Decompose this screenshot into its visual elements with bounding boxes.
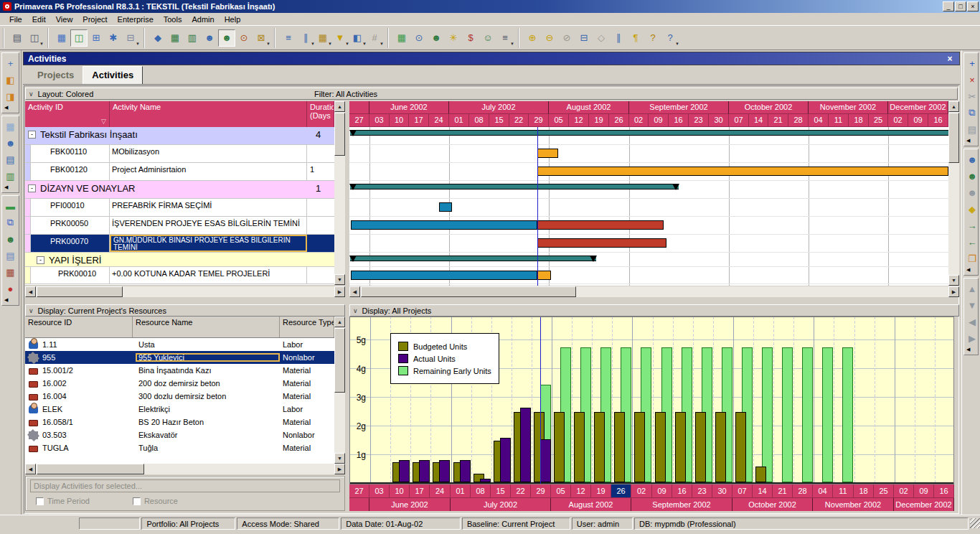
columns-icon[interactable]: ∥▼ (297, 29, 314, 47)
column-header-activity-id[interactable]: Activity ID▽ (25, 101, 110, 127)
dropdown-icon[interactable]: ▼ (39, 42, 44, 46)
scroll-down-icon[interactable]: ▼ (334, 453, 345, 464)
assignments-window-icon[interactable]: ☻ (3, 231, 19, 247)
move-down-icon[interactable]: ▼ (964, 297, 980, 313)
gantt-remaining-bar[interactable] (537, 149, 558, 158)
actual-units-bar[interactable] (439, 460, 450, 482)
resource-row[interactable]: 16.002200 doz demirsiz betonMaterial (25, 377, 334, 390)
assign-resource-icon[interactable]: ☻ (964, 151, 980, 167)
remaining-units-bar[interactable] (822, 347, 833, 482)
costs-icon[interactable]: $ (462, 29, 479, 47)
dropdown-icon[interactable]: ▼ (675, 42, 679, 46)
activity-usage-profile-icon[interactable]: ▥ (184, 29, 201, 47)
menu-file[interactable]: File (4, 14, 27, 25)
menu-edit[interactable]: Edit (27, 14, 51, 25)
move-right-icon[interactable]: ▶ (964, 330, 980, 346)
scroll-up-icon[interactable]: ▲ (334, 101, 345, 112)
column-header-resource-type[interactable]: Resource Type (280, 317, 334, 337)
hscroll-thumb[interactable] (361, 286, 576, 297)
move-left-icon[interactable]: ◀ (964, 314, 980, 329)
tab-activities[interactable]: Activities (83, 66, 143, 84)
collapse-left-icon[interactable]: ◀ (2, 297, 19, 304)
online-help-icon[interactable]: ?▼ (661, 29, 679, 47)
resource-row[interactable]: 955955 YukleyiciNonlabor (25, 351, 334, 364)
copy-icon[interactable]: ⧉ (964, 105, 980, 121)
global-change-icon[interactable]: ✳ (445, 29, 462, 47)
actual-units-bar[interactable] (419, 460, 430, 482)
collapse-left-icon[interactable]: ◀ (964, 347, 978, 354)
budgeted-units-bar[interactable] (755, 467, 766, 482)
actual-units-bar[interactable] (460, 460, 471, 482)
wbs-view-icon[interactable]: ⊞ (88, 29, 105, 47)
collapse-left-icon[interactable]: ◀ (2, 105, 19, 112)
budgeted-units-bar[interactable] (735, 412, 746, 482)
gantt-summary-bar[interactable] (350, 130, 948, 136)
assign-resource-by-role-icon[interactable]: ☻ (964, 168, 980, 184)
assign-predecessor-icon[interactable]: → (964, 217, 980, 233)
activity-row[interactable]: PFI00010PREFABRİK FİRMA SEÇİMİ (25, 199, 334, 217)
resource-row[interactable]: 15.001/2Bina İnşaatında KazıMaterial (25, 364, 334, 377)
group-row[interactable]: -Tekstil Fabrikası İnşaatı4 (25, 127, 334, 145)
resource-row[interactable]: TUGLATuğlaMaterial (25, 441, 334, 454)
activities-view-icon[interactable]: ◫ (70, 29, 88, 47)
scroll-down-icon[interactable]: ▼ (334, 274, 345, 285)
dropdown-icon[interactable]: ▼ (136, 42, 140, 46)
resource-usage-profile[interactable]: 5g4g3g2g1gBudgeted UnitsActual UnitsRema… (349, 317, 954, 484)
move-icon[interactable]: ❐ (964, 250, 980, 266)
maximize-button[interactable]: □ (955, 1, 966, 11)
resource-usage-profile-icon[interactable]: ☻ (218, 29, 235, 47)
group-row[interactable]: -YAPI İŞLERİ (25, 253, 334, 267)
remaining-units-bar[interactable] (762, 347, 773, 482)
assign-activity-code-icon[interactable]: ◆ (964, 201, 980, 217)
dropdown-icon[interactable]: ▼ (380, 42, 384, 46)
activities-window-icon[interactable]: ▬ (3, 198, 19, 214)
assign-successor-icon[interactable]: ← (964, 234, 980, 250)
zoom-in-icon[interactable]: ⊕ (524, 29, 541, 47)
scroll-left-icon[interactable]: ◀ (349, 286, 360, 297)
budgeted-units-bar[interactable] (594, 412, 605, 482)
menu-help[interactable]: Help (220, 14, 246, 25)
budgeted-units-bar[interactable] (574, 412, 585, 482)
hscroll-thumb[interactable] (37, 464, 144, 474)
print-icon[interactable]: ▤ (9, 29, 26, 47)
table-font-icon[interactable]: ▦▼ (314, 29, 331, 47)
add-icon[interactable]: + (964, 55, 980, 71)
filters-icon[interactable]: ▼▼ (331, 29, 349, 47)
checkbox-icon[interactable] (133, 497, 141, 505)
column-header-resource-id[interactable]: Resource ID (25, 317, 133, 337)
collapse-left-icon[interactable]: ◀ (2, 184, 19, 192)
layout-options-icon[interactable]: ◧▼ (349, 29, 366, 47)
dropdown-icon[interactable]: ▼ (510, 42, 514, 46)
group-sort-icon[interactable]: ≡ (280, 29, 297, 47)
gantt-hscrollbar[interactable]: ◀ ▶ (349, 286, 959, 297)
open-project-icon[interactable]: ◧ (3, 72, 19, 88)
activity-table-vscrollbar[interactable]: ▲ ▼ (334, 101, 345, 285)
menu-project[interactable]: Project (77, 14, 112, 25)
thresholds-icon[interactable]: ● (3, 281, 19, 296)
collapse-minus-icon[interactable]: - (28, 131, 36, 139)
add-resource-icon[interactable]: ☺ (479, 29, 496, 47)
actual-units-bar[interactable] (500, 438, 511, 482)
budgeted-units-bar[interactable] (614, 412, 625, 482)
gantt-early-bar[interactable] (351, 220, 537, 230)
new-project-icon[interactable]: + (3, 55, 19, 71)
resource-row[interactable]: ELEKElektrikçiLabor (25, 403, 334, 416)
gantt-vscrollbar[interactable]: ▲ ▼ (948, 101, 959, 286)
collapse-minus-icon[interactable]: - (37, 256, 44, 264)
activity-table-icon[interactable]: ▦ (166, 29, 184, 47)
checkbox-icon[interactable] (36, 497, 44, 505)
gantt-early-bar[interactable] (439, 202, 452, 212)
activity-row[interactable]: PRK00010+0.00 KOTUNA KADAR TEMEL PROJELE… (25, 267, 334, 284)
scroll-right-icon[interactable]: ▶ (948, 286, 959, 297)
remaining-units-bar[interactable] (782, 347, 793, 482)
collapse-left-icon[interactable]: ◀ (964, 267, 978, 274)
menu-enterprise[interactable]: Enterprise (113, 14, 159, 25)
menu-tools[interactable]: Tools (159, 14, 187, 25)
tracking-icon[interactable]: ▥ (3, 168, 19, 184)
remaining-units-bar[interactable] (802, 347, 813, 482)
wbs-window-icon[interactable]: ⧉ (3, 215, 19, 230)
resource-details-icon[interactable]: ▦ (393, 29, 410, 47)
notebook-topic-icon[interactable]: ¶ (627, 29, 644, 47)
budgeted-units-bar[interactable] (715, 412, 726, 482)
resources-option-bar[interactable]: ∨ Display: Current Project's Resources (25, 304, 345, 317)
